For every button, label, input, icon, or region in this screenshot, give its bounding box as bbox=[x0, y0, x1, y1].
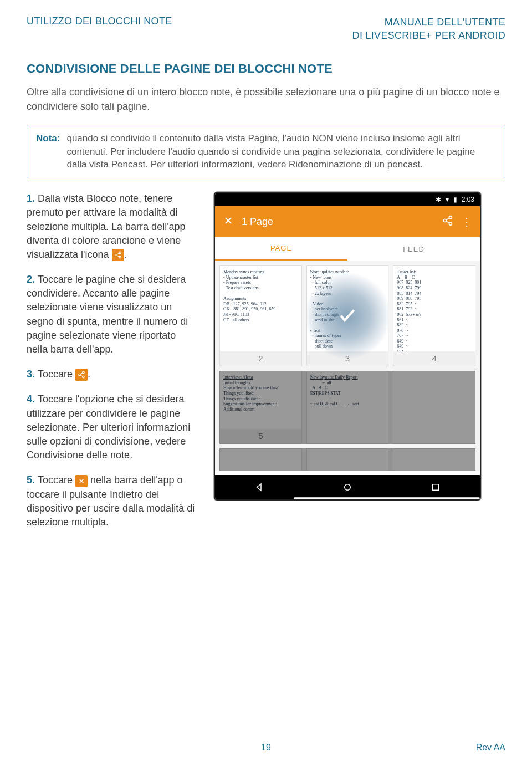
tabs: PAGE FEED bbox=[215, 237, 480, 261]
page-number-3: 3 bbox=[307, 351, 388, 366]
page-card-8[interactable] bbox=[219, 448, 302, 471]
header-right: MANUALE DELL'UTENTE DI LIVESCRIBE+ PER A… bbox=[352, 16, 505, 43]
nav-bar bbox=[215, 475, 480, 499]
nav-back-button[interactable] bbox=[254, 482, 264, 492]
svg-point-5 bbox=[83, 376, 85, 379]
page-number-4: 4 bbox=[393, 351, 475, 366]
close-selection-button[interactable] bbox=[223, 215, 234, 228]
nav-recents-button[interactable] bbox=[431, 482, 441, 492]
page-number-5: 5 bbox=[220, 429, 301, 443]
svg-point-7 bbox=[444, 219, 447, 222]
svg-point-8 bbox=[449, 223, 452, 226]
page-card-3[interactable]: Store updates needed:- New icons · full … bbox=[306, 265, 389, 366]
step-1: Dalla vista Blocco note, tenere premuto … bbox=[27, 192, 198, 262]
close-icon bbox=[75, 475, 88, 487]
page-card-4[interactable]: Ticker list:A B C 907 825 801 908 824 79… bbox=[393, 265, 475, 366]
svg-point-3 bbox=[83, 372, 85, 374]
steps-list: Dalla vista Blocco note, tenere premuto … bbox=[27, 192, 198, 529]
page-card-7[interactable] bbox=[393, 371, 475, 444]
link-share-notes[interactable]: Condivisione delle note bbox=[27, 450, 130, 461]
header-left: UTILIZZO DEI BLOCCHI NOTE bbox=[27, 16, 172, 43]
page-card-10[interactable] bbox=[393, 448, 475, 471]
nav-home-button[interactable] bbox=[342, 482, 352, 492]
revision: Rev AA bbox=[476, 743, 505, 753]
share-icon bbox=[112, 249, 124, 261]
overflow-button[interactable]: ⋮ bbox=[461, 216, 472, 227]
clock: 2:03 bbox=[462, 196, 474, 203]
note-box: Nota: quando si condivide il contenuto d… bbox=[27, 125, 505, 178]
svg-point-6 bbox=[449, 216, 452, 219]
tab-page[interactable]: PAGE bbox=[215, 237, 347, 261]
share-icon bbox=[75, 369, 88, 381]
share-sheet: Share Page 3 using... Add to Dropbox And… bbox=[294, 497, 480, 501]
device-screenshot: ✱ ▾ ▮ 2:03 1 Page ⋮ PAGE FEED bbox=[214, 192, 481, 501]
page-number-2: 2 bbox=[220, 351, 301, 366]
page-card-6[interactable]: New layouts: Daily Report ← all A B C ES… bbox=[306, 371, 389, 444]
svg-point-2 bbox=[119, 257, 121, 259]
status-bar: ✱ ▾ ▮ 2:03 bbox=[215, 193, 480, 206]
step-3: Toccare . bbox=[27, 367, 198, 381]
svg-point-1 bbox=[115, 254, 117, 256]
check-icon bbox=[336, 304, 359, 328]
page-card-2[interactable]: Monday syncs meeting:- Update master lis… bbox=[219, 265, 302, 366]
step-5: Toccare nella barra dell'app o toccare i… bbox=[27, 473, 198, 529]
page-title: CONDIVISIONE DELLE PAGINE DEI BLOCCHI NO… bbox=[27, 62, 505, 76]
svg-rect-12 bbox=[433, 484, 439, 491]
svg-point-4 bbox=[79, 374, 81, 376]
intro-paragraph: Oltre alla condivisione di un intero blo… bbox=[27, 85, 505, 114]
page-card-9[interactable] bbox=[306, 448, 389, 471]
page-number: 19 bbox=[261, 743, 271, 753]
app-bar: 1 Page ⋮ bbox=[215, 206, 480, 237]
page-card-5[interactable]: Interview: AlexaInitial thoughts: How of… bbox=[219, 371, 302, 444]
signal-icon: ▾ bbox=[446, 196, 449, 203]
share-button[interactable] bbox=[442, 215, 453, 228]
battery-icon: ▮ bbox=[453, 196, 457, 203]
share-sheet-title: Share Page 3 using... bbox=[294, 498, 479, 501]
note-label: Nota: bbox=[36, 132, 60, 171]
step-4: Toccare l'opzione che si desidera utiliz… bbox=[27, 392, 198, 462]
selection-count: 1 Page bbox=[242, 216, 434, 228]
svg-point-11 bbox=[345, 484, 351, 491]
link-rename-pencast[interactable]: Ridenominazione di un pencast bbox=[289, 159, 420, 170]
step-2: Toccare le pagine che si desidera condiv… bbox=[27, 273, 198, 356]
svg-point-0 bbox=[119, 252, 121, 254]
tab-feed[interactable]: FEED bbox=[347, 245, 480, 253]
bt-status-icon: ✱ bbox=[436, 196, 441, 203]
